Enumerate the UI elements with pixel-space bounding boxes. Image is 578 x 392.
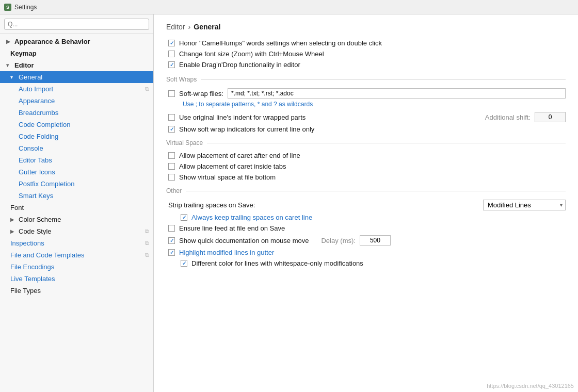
virtual-space-section: Virtual Space Allow placement of caret a… xyxy=(166,139,566,181)
sidebar-item-code-folding[interactable]: Code Folding xyxy=(0,130,153,142)
sidebar-item-label: Postfix Completion xyxy=(19,180,74,188)
sidebar-item-inspections[interactable]: Inspections ⧉ xyxy=(0,237,153,249)
soft-wrap-files-label: Soft-wrap files: xyxy=(179,90,223,97)
sidebar-item-appearance-behavior[interactable]: ▶ Appearance & Behavior xyxy=(0,36,153,47)
sidebar-item-smart-keys[interactable]: Smart Keys xyxy=(0,190,153,202)
show-soft-wrap-indicators-row: Show soft wrap indicators for current li… xyxy=(166,125,566,133)
sidebar-item-label: General xyxy=(19,73,42,81)
sidebar-item-file-types[interactable]: File Types xyxy=(0,285,153,297)
different-color-checkbox[interactable] xyxy=(181,260,187,267)
additional-shift-input[interactable] xyxy=(535,112,566,122)
sidebar-item-code-completion[interactable]: Code Completion xyxy=(0,119,153,130)
soft-wrap-files-input[interactable] xyxy=(228,88,566,99)
sidebar-item-code-style[interactable]: ▶ Code Style ⧉ xyxy=(0,225,153,237)
ensure-line-feed-label: Ensure line feed at file end on Save xyxy=(179,224,285,232)
sidebar-item-label: Editor xyxy=(14,61,34,69)
ensure-line-feed-checkbox[interactable] xyxy=(168,225,175,232)
change-font-size-row: Change font size (Zoom) with Ctrl+Mouse … xyxy=(166,50,566,58)
sidebar: ▶ Appearance & Behavior Keymap ▾ Editor … xyxy=(0,14,154,392)
breadcrumb-parent: Editor xyxy=(166,23,185,31)
show-virtual-space-row: Show virtual space at file bottom xyxy=(166,173,566,181)
sidebar-item-appearance[interactable]: Appearance xyxy=(0,95,153,107)
sidebar-item-general[interactable]: ▾ General xyxy=(0,71,153,83)
sidebar-item-label: Live Templates xyxy=(10,275,55,283)
use-original-indent-checkbox[interactable] xyxy=(168,114,175,121)
sidebar-item-breadcrumbs[interactable]: Breadcrumbs xyxy=(0,107,153,119)
other-title: Other xyxy=(166,187,186,194)
always-keep-trailing-row: Always keep trailing spaces on caret lin… xyxy=(166,214,566,221)
sidebar-item-label: File and Code Templates xyxy=(10,251,85,259)
other-section-header: Other xyxy=(166,187,566,194)
change-font-size-checkbox[interactable] xyxy=(168,51,175,57)
copy-icon: ⧉ xyxy=(145,252,149,258)
title-bar-text: Settings xyxy=(14,4,37,11)
sidebar-item-file-code-templates[interactable]: File and Code Templates ⧉ xyxy=(0,249,153,261)
show-virtual-space-checkbox[interactable] xyxy=(168,174,175,181)
sidebar-item-console[interactable]: Console xyxy=(0,142,153,154)
strip-trailing-spaces-row: Strip trailing spaces on Save: None All … xyxy=(166,200,566,210)
always-keep-trailing-checkbox[interactable] xyxy=(181,214,187,221)
section-divider xyxy=(207,143,566,143)
additional-shift-label: Additional shift: xyxy=(485,113,531,121)
allow-caret-after-end-label: Allow placement of caret after end of li… xyxy=(179,152,300,159)
sidebar-item-postfix-completion[interactable]: Postfix Completion xyxy=(0,178,153,190)
sidebar-item-label: Auto Import xyxy=(19,85,53,93)
sidebar-item-keymap[interactable]: Keymap xyxy=(0,47,153,59)
delay-input[interactable] xyxy=(360,235,391,246)
sidebar-item-color-scheme[interactable]: ▶ Color Scheme xyxy=(0,214,153,225)
chevron-right-icon: ▶ xyxy=(10,228,17,234)
sidebar-item-label: Breadcrumbs xyxy=(19,109,58,117)
sidebar-item-label: Appearance & Behavior xyxy=(14,38,90,45)
sidebar-item-label: Code Style xyxy=(19,227,52,235)
copy-icon: ⧉ xyxy=(145,228,149,235)
sidebar-item-editor-tabs[interactable]: Editor Tabs xyxy=(0,154,153,166)
honor-camelhumps-row: Honor "CamelHumps" words settings when s… xyxy=(166,39,566,47)
other-section: Other Strip trailing spaces on Save: Non… xyxy=(166,187,566,267)
sidebar-item-file-encodings[interactable]: File Encodings xyxy=(0,261,153,273)
app-body: ▶ Appearance & Behavior Keymap ▾ Editor … xyxy=(0,14,578,392)
app-icon: S xyxy=(4,4,11,11)
sidebar-item-auto-import[interactable]: Auto Import ⧉ xyxy=(0,83,153,95)
chevron-down-icon: ▾ xyxy=(10,74,17,80)
use-original-indent-label: Use original line's indent for wrapped p… xyxy=(179,113,306,121)
soft-wrap-files-checkbox[interactable] xyxy=(168,90,175,97)
chevron-right-icon: ▶ xyxy=(10,217,17,222)
sidebar-item-live-templates[interactable]: Live Templates xyxy=(0,273,153,285)
soft-wrap-files-row: Soft-wrap files: xyxy=(166,88,566,99)
honor-camelhumps-checkbox[interactable] xyxy=(168,40,175,46)
sidebar-item-label: Code Completion xyxy=(19,121,70,128)
sidebar-item-label: Color Scheme xyxy=(19,216,61,223)
sidebar-item-label: Gutter Icons xyxy=(19,168,55,176)
sidebar-item-label: Editor Tabs xyxy=(19,156,52,164)
allow-caret-after-end-row: Allow placement of caret after end of li… xyxy=(166,152,566,159)
ensure-line-feed-row: Ensure line feed at file end on Save xyxy=(166,224,566,232)
search-input[interactable] xyxy=(4,19,149,30)
allow-caret-inside-tabs-checkbox[interactable] xyxy=(168,163,175,170)
strip-trailing-spaces-select[interactable]: None All Modified Lines xyxy=(483,200,566,210)
copy-icon: ⧉ xyxy=(145,86,149,92)
breadcrumb: Editor › General xyxy=(166,23,566,31)
watermark: https://blog.csdn.net/qq_43012165 xyxy=(487,383,574,389)
delay-label: Delay (ms): xyxy=(321,237,355,244)
sidebar-item-font[interactable]: Font xyxy=(0,202,153,214)
show-quick-doc-row: Show quick documentation on mouse move D… xyxy=(166,235,566,246)
sidebar-item-gutter-icons[interactable]: Gutter Icons xyxy=(0,166,153,178)
enable-drag-drop-row: Enable Drag'n'Drop functionality in edit… xyxy=(166,61,566,69)
breadcrumb-separator: › xyxy=(188,23,191,31)
main-content: Editor › General Honor "CamelHumps" word… xyxy=(154,14,578,392)
show-quick-doc-checkbox[interactable] xyxy=(168,237,175,244)
show-soft-wrap-indicators-checkbox[interactable] xyxy=(168,126,175,133)
enable-drag-drop-checkbox[interactable] xyxy=(168,61,175,68)
section-divider xyxy=(201,79,566,80)
sidebar-item-label: Inspections xyxy=(10,239,44,247)
search-box xyxy=(0,14,153,34)
sidebar-item-label: Font xyxy=(10,204,24,211)
allow-caret-after-end-checkbox[interactable] xyxy=(168,152,175,159)
sidebar-item-editor[interactable]: ▾ Editor xyxy=(0,59,153,71)
show-quick-doc-label: Show quick documentation on mouse move xyxy=(179,237,309,244)
highlight-modified-lines-checkbox[interactable] xyxy=(168,249,175,256)
chevron-down-icon: ▾ xyxy=(6,62,12,68)
virtual-space-title: Virtual Space xyxy=(166,139,207,146)
soft-wraps-section: Soft Wraps Soft-wrap files: Use ; to sep… xyxy=(166,76,566,133)
different-color-label: Different color for lines with whitespac… xyxy=(191,259,363,267)
